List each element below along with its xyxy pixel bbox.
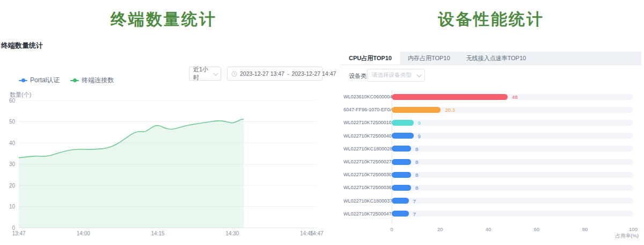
bar-category-label: WL022710K725000272 [343, 159, 390, 164]
legend-item[interactable]: Portal认证 [19, 76, 60, 85]
bar-row: 6047-FF96-1070-EF0A20.3 [343, 103, 633, 116]
cpu-top10-bar-chart: WL023610KC06000043486047-FF96-1070-EF0A2… [343, 90, 633, 220]
svg-text:50: 50 [9, 119, 16, 125]
bar-fill[interactable] [392, 146, 411, 152]
bar-category-label: WL022710KC18000372 [343, 198, 390, 204]
bar-value-label: 20.3 [445, 107, 455, 113]
bar-chart-x-axis: 020406080100 [392, 226, 633, 233]
time-range-select[interactable]: 近1小时 [189, 67, 221, 81]
date-range-picker[interactable]: 2023-12-27 13:47 - 2023-12-27 14:47 [227, 67, 323, 81]
bar-row: WL023610KC0600004348 [343, 90, 633, 103]
device-type-placeholder: 请选择设备类型 [372, 71, 412, 79]
time-range-value: 近1小时 [193, 66, 213, 82]
svg-text:10: 10 [9, 204, 16, 210]
bar-value-label: 9 [418, 133, 421, 139]
svg-text:14:30: 14:30 [225, 230, 239, 236]
bar-value-label: 8 [415, 146, 418, 152]
bar-track: 20.3 [392, 107, 633, 113]
bar-category-label: 6047-FF96-1070-EF0A [343, 107, 390, 112]
bar-fill[interactable] [392, 172, 411, 178]
svg-text:14:00: 14:00 [77, 230, 90, 236]
performance-tabs: CPU占用TOP10内存占用TOP10无线接入点速率TOP10 [341, 52, 641, 65]
bar-row: WL022710K7250004099 [343, 129, 633, 142]
device-type-select[interactable]: 请选择设备类型 [367, 69, 425, 82]
chevron-down-icon [213, 70, 218, 76]
svg-text:14:15: 14:15 [151, 230, 164, 236]
bar-category-label: WL022710K725000369 [343, 185, 390, 190]
bar-track: 7 [392, 211, 633, 217]
bar-value-label: 7 [413, 198, 416, 204]
bar-value-label: 8 [415, 172, 418, 178]
bar-row: WL022710K7250001029 [343, 116, 633, 129]
x-axis-tick: 80 [582, 226, 588, 232]
svg-text:13:47: 13:47 [12, 230, 25, 236]
x-axis-tick: 60 [534, 226, 540, 232]
dashboard: 终端数量统计 设备性能统计 终端数量统计 近1小时 2023-12-27 13:… [0, 0, 644, 245]
svg-text:40: 40 [9, 140, 16, 146]
bar-fill[interactable] [392, 159, 411, 165]
tab-memory-top10[interactable]: 内存占用TOP10 [400, 52, 458, 64]
svg-text:14:47: 14:47 [310, 230, 323, 236]
terminal-panel-header: 终端数量统计 [1, 41, 43, 51]
legend-label: 终端连接数 [82, 76, 114, 85]
bar-fill[interactable] [392, 211, 409, 217]
x-axis-tick: 40 [486, 226, 492, 232]
terminal-count-title: 终端数量统计 [0, 9, 327, 31]
svg-text:30: 30 [9, 161, 16, 167]
bar-track: 8 [392, 146, 633, 152]
bar-category-label: WL022710K725000307 [343, 172, 390, 177]
bar-fill[interactable] [392, 94, 508, 100]
bar-chart-x-axis-label: 占用率(%) [606, 233, 639, 240]
tab-cpu-top10[interactable]: CPU占用TOP10 [341, 52, 400, 64]
bar-track: 8 [392, 185, 633, 191]
x-axis-tick: 0 [390, 226, 393, 232]
svg-text:60: 60 [9, 98, 16, 104]
bar-row: WL022710KC180003727 [343, 194, 633, 207]
bar-value-label: 8 [415, 159, 418, 165]
legend-label: Portal认证 [30, 76, 60, 85]
device-performance-title: 设备性能统计 [338, 9, 644, 31]
bar-row: WL022710KC180002808 [343, 142, 633, 155]
bar-row: WL022710K7250004707 [343, 207, 633, 220]
chevron-down-icon [416, 72, 422, 77]
bar-row: WL022710K7250002728 [343, 155, 633, 168]
bar-value-label: 9 [418, 120, 421, 126]
legend-line-dot-icon [19, 80, 27, 81]
bar-fill[interactable] [392, 120, 414, 126]
bar-category-label: WL022710K725000470 [343, 211, 390, 217]
bar-track: 9 [392, 133, 633, 139]
x-axis-tick: 100 [629, 226, 638, 232]
svg-text:20: 20 [9, 183, 16, 189]
date-separator: - [287, 70, 289, 77]
clock-icon [231, 71, 237, 77]
bar-value-label: 8 [415, 185, 418, 191]
bar-fill[interactable] [392, 133, 414, 139]
bar-fill[interactable] [392, 198, 409, 204]
terminal-count-chart: 010203040506013:4714:0014:1514:3014:4514… [0, 97, 327, 245]
bar-row: WL022710K7250003698 [343, 181, 633, 194]
bar-category-label: WL023610KC06000043 [343, 94, 390, 99]
bar-track: 8 [392, 172, 633, 178]
bar-fill[interactable] [392, 107, 441, 113]
bar-value-label: 7 [413, 211, 416, 217]
x-axis-tick: 20 [437, 226, 443, 232]
date-end: 2023-12-27 14:47 [291, 70, 336, 77]
legend-item[interactable]: 终端连接数 [70, 76, 114, 85]
tab-ap-rate-top10[interactable]: 无线接入点速率TOP10 [458, 52, 535, 64]
bar-track: 8 [392, 159, 633, 165]
bar-category-label: WL022710KC18000280 [343, 146, 390, 152]
date-start: 2023-12-27 13:47 [240, 70, 284, 77]
legend: Portal认证终端连接数 [19, 76, 114, 85]
bar-fill[interactable] [392, 185, 411, 191]
legend-line-dot-icon [70, 80, 79, 81]
svg-text:0: 0 [12, 225, 15, 231]
bar-track: 48 [392, 94, 633, 100]
bar-row: WL022710K7250003078 [343, 168, 633, 181]
bar-value-label: 48 [512, 94, 518, 100]
bar-track: 9 [392, 120, 633, 126]
bar-category-label: WL022710K725000102 [343, 120, 390, 125]
bar-track: 7 [392, 198, 633, 204]
bar-category-label: WL022710K725000409 [343, 133, 390, 139]
